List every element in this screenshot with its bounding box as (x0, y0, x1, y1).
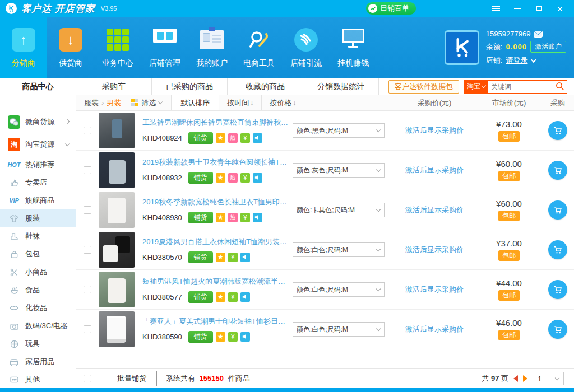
sidebar-item-flagship[interactable]: VIP 旗舰商品 (0, 192, 76, 209)
sku-dropdown[interactable]: 颜色:黑色;尺码:M (293, 123, 385, 138)
list-product-button[interactable]: 铺货 (188, 331, 213, 343)
search-input[interactable] (488, 83, 553, 91)
tab-distribution-stats[interactable]: 分销数据统计 (303, 78, 379, 95)
sidebar-item-home-goods[interactable]: 家居用品 (0, 353, 76, 371)
page-select[interactable]: 1 (533, 372, 564, 385)
pagination: 共 97 页 1 (482, 372, 574, 385)
login-link[interactable]: 请登录 (506, 55, 527, 66)
mail-icon[interactable] (534, 31, 543, 38)
nav-item-ecommerce-tools[interactable]: 电商工具 (235, 17, 283, 78)
sidebar-item-bags[interactable]: 包包 (0, 245, 76, 263)
activate-price-link[interactable]: 激活后显示采购价 (392, 324, 476, 334)
sku-dropdown[interactable]: 颜色:白色;尺码:M (293, 282, 385, 297)
breadcrumb-current[interactable]: 男装 (107, 98, 121, 108)
select-all-checkbox[interactable] (84, 375, 91, 382)
account-avatar[interactable] (445, 30, 479, 65)
sku-dropdown[interactable]: 颜色:卡其色;尺码:M (293, 203, 385, 217)
nav-item-distributor[interactable]: ↑ 分销商 (0, 17, 47, 78)
sidebar-item-small-goods[interactable]: 小商品 (0, 263, 76, 281)
row-checkbox[interactable] (84, 166, 91, 174)
search-icon[interactable] (553, 82, 567, 92)
search-channel-select[interactable]: 淘宝 (464, 81, 488, 93)
sku-dropdown[interactable]: 颜色:白色;尺码:M (293, 322, 385, 337)
menu-list-icon[interactable] (488, 2, 504, 15)
sort-time-button[interactable]: 按时间 ↓ (219, 95, 262, 110)
minimize-button[interactable] (509, 2, 526, 15)
activate-price-link[interactable]: 激活后显示采购价 (392, 125, 476, 136)
sidebar-item-taobao-source[interactable]: 淘 淘宝货源 (0, 133, 76, 156)
add-to-cart-button[interactable] (548, 121, 567, 140)
speaker-badge-icon (240, 332, 250, 342)
nav-item-business-center[interactable]: 业务中心 (94, 17, 141, 78)
tab-purchase-cart[interactable]: 采购车 (76, 78, 152, 95)
product-image[interactable] (99, 113, 135, 148)
breadcrumb-category[interactable]: 服装 (84, 98, 99, 108)
sort-default-button[interactable]: 默认排序 (171, 95, 219, 110)
batch-list-button[interactable]: 批量铺货 (107, 371, 157, 386)
sidebar-item-hot-recommend[interactable]: HOT 热销推荐 (0, 156, 76, 174)
product-image[interactable] (99, 192, 135, 228)
activate-price-link[interactable]: 激活后显示采购价 (392, 205, 476, 215)
activate-price-link[interactable]: 激活后显示采购价 (392, 165, 476, 175)
row-checkbox[interactable] (84, 325, 91, 333)
product-title-link[interactable]: 工装裤男潮牌休闲长裤男宽松直筒束脚裤秋季... (142, 118, 289, 128)
row-checkbox[interactable] (84, 206, 91, 214)
tab-favorites[interactable]: 收藏的商品 (228, 78, 303, 95)
tab-purchased[interactable]: 已采购的商品 (152, 78, 228, 95)
sidebar-item-toys[interactable]: 玩具 (0, 335, 76, 353)
nav-item-my-account[interactable]: 我的账户 (188, 17, 235, 78)
maximize-button[interactable] (530, 2, 547, 15)
nav-item-supplier[interactable]: ↓ 供货商 (47, 17, 94, 78)
market-price: ¥73.00 (476, 119, 541, 129)
add-to-cart-button[interactable] (548, 320, 567, 339)
hot-tag-icon: HOT (8, 161, 20, 168)
row-checkbox[interactable] (84, 246, 91, 254)
add-to-cart-button[interactable] (548, 240, 567, 259)
sidebar-item-digital[interactable]: 数码/3C/电器 (0, 317, 76, 335)
nav-item-shop-traffic[interactable]: 店铺引流 (283, 17, 330, 78)
product-image[interactable] (99, 152, 135, 188)
sidebar-item-other[interactable]: 其他 (0, 371, 76, 388)
row-checkbox[interactable] (84, 286, 91, 293)
list-product-button[interactable]: 铺货 (188, 172, 213, 184)
add-to-cart-button[interactable] (548, 200, 567, 220)
sku-dropdown[interactable]: 颜色:灰色;尺码:M (293, 163, 385, 178)
tab-product-center[interactable]: 商品中心 (0, 78, 76, 95)
list-product-button[interactable]: 铺货 (188, 251, 213, 263)
activate-price-link[interactable]: 激活后显示采购价 (392, 245, 476, 255)
sku-dropdown[interactable]: 颜色:白色;尺码:M (293, 242, 385, 257)
list-product-button[interactable]: 铺货 (188, 212, 213, 223)
product-title-link[interactable]: 2019秋冬季新款宽松纯色长袖卫衣T恤男印花... (142, 197, 289, 207)
filter-dropdown[interactable]: 筛选 (141, 98, 162, 108)
product-title-link[interactable]: 2019夏港风男百搭上衣休闲短袖T恤潮男装韩... (142, 237, 289, 247)
sidebar-item-shoes[interactable]: 鞋袜 (0, 227, 76, 245)
list-product-button[interactable]: 铺货 (188, 291, 213, 303)
product-image[interactable] (99, 311, 135, 347)
product-title-link[interactable]: 短袖男港风T恤超火的夏潮韩版宽松潮流半袖... (142, 277, 289, 287)
activate-price-link[interactable]: 激活后显示采购价 (392, 284, 476, 295)
nav-item-shop-manage[interactable]: 店铺管理 (141, 17, 188, 78)
product-title-link[interactable]: 2019秋装新款男士卫衣青年纯色圆领长袖T恤... (142, 157, 289, 167)
chevron-down-icon[interactable] (531, 57, 536, 63)
product-image[interactable] (99, 232, 135, 268)
data-package-button[interactable]: 客户达软件数据包 (388, 80, 459, 94)
sidebar-item-wechat-source[interactable]: 微商货源 (0, 111, 76, 133)
close-button[interactable]: × (552, 2, 568, 15)
product-image[interactable] (99, 272, 135, 307)
row-checkbox[interactable] (84, 127, 91, 134)
prev-page-button[interactable] (513, 375, 518, 382)
shield-badge-icon: ¥ (240, 173, 250, 183)
sidebar-item-specialty-store[interactable]: 专卖店 (0, 174, 76, 192)
next-page-button[interactable] (523, 375, 527, 382)
add-to-cart-button[interactable] (548, 280, 567, 299)
add-to-cart-button[interactable] (548, 161, 567, 180)
activate-account-button[interactable]: 激活账户 (530, 41, 566, 53)
sidebar-item-cosmetics[interactable]: 化妆品 (0, 299, 76, 317)
product-title-link[interactable]: 「赛亚人」夏美式潮男士印花短袖T恤衫日系... (142, 316, 289, 326)
sidebar-item-food[interactable]: 食品 (0, 281, 76, 299)
sidebar-item-clothing[interactable]: 服装 (0, 209, 76, 227)
daily-sales-button[interactable]: 日销百单 (366, 2, 416, 15)
list-product-button[interactable]: 铺货 (188, 132, 213, 144)
nav-item-idle-earn[interactable]: 挂机赚钱 (330, 17, 377, 78)
sort-price-button[interactable]: 按价格 ↓ (262, 95, 304, 110)
